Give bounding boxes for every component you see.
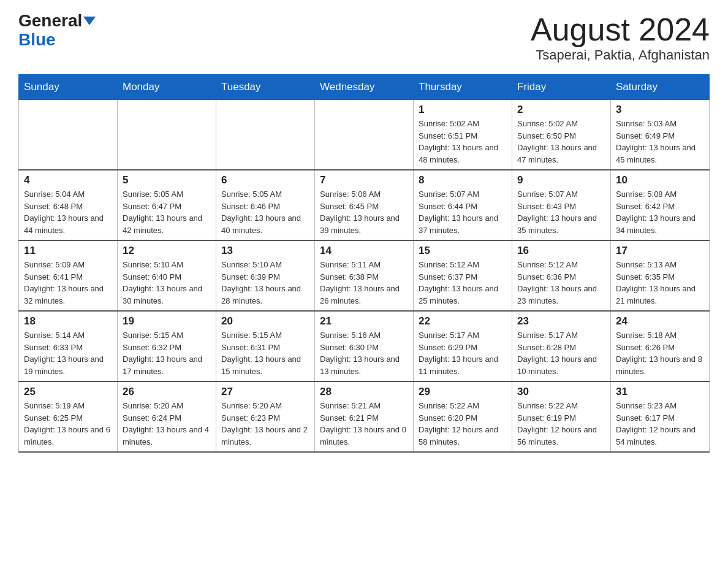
day-number: 18 [24,315,112,327]
day-number: 14 [320,245,408,257]
table-row: 14Sunrise: 5:11 AM Sunset: 6:38 PM Dayli… [315,240,414,311]
table-row: 31Sunrise: 5:23 AM Sunset: 6:17 PM Dayli… [611,381,710,452]
table-row: 15Sunrise: 5:12 AM Sunset: 6:37 PM Dayli… [414,240,512,311]
table-row [315,100,414,170]
table-row: 12Sunrise: 5:10 AM Sunset: 6:40 PM Dayli… [118,240,216,311]
calendar-week-row: 25Sunrise: 5:19 AM Sunset: 6:25 PM Dayli… [19,381,710,452]
day-info: Sunrise: 5:20 AM Sunset: 6:23 PM Dayligh… [221,400,309,448]
table-row: 3Sunrise: 5:03 AM Sunset: 6:49 PM Daylig… [611,100,710,170]
day-info: Sunrise: 5:06 AM Sunset: 6:45 PM Dayligh… [320,188,408,236]
day-number: 27 [221,386,309,398]
logo: General Blue [18,12,96,50]
day-number: 30 [517,386,605,398]
table-row: 1Sunrise: 5:02 AM Sunset: 6:51 PM Daylig… [414,100,512,170]
day-number: 26 [123,386,211,398]
logo-text-general: General [18,12,82,29]
day-number: 8 [419,174,507,186]
day-number: 1 [419,104,507,116]
day-number: 31 [616,386,704,398]
day-info: Sunrise: 5:20 AM Sunset: 6:24 PM Dayligh… [123,400,211,448]
table-row: 30Sunrise: 5:22 AM Sunset: 6:19 PM Dayli… [512,381,611,452]
table-row: 4Sunrise: 5:04 AM Sunset: 6:48 PM Daylig… [19,170,118,240]
day-number: 3 [616,104,704,116]
day-number: 10 [616,174,704,186]
calendar-week-row: 11Sunrise: 5:09 AM Sunset: 6:41 PM Dayli… [19,240,710,311]
table-row: 24Sunrise: 5:18 AM Sunset: 6:26 PM Dayli… [611,311,710,381]
table-row: 7Sunrise: 5:06 AM Sunset: 6:45 PM Daylig… [315,170,414,240]
day-number: 21 [320,315,408,327]
day-info: Sunrise: 5:12 AM Sunset: 6:36 PM Dayligh… [517,259,605,307]
day-info: Sunrise: 5:11 AM Sunset: 6:38 PM Dayligh… [320,259,408,307]
day-number: 16 [517,245,605,257]
calendar-week-row: 4Sunrise: 5:04 AM Sunset: 6:48 PM Daylig… [19,170,710,240]
day-info: Sunrise: 5:23 AM Sunset: 6:17 PM Dayligh… [616,400,704,448]
day-info: Sunrise: 5:17 AM Sunset: 6:28 PM Dayligh… [517,329,605,377]
day-number: 20 [221,315,309,327]
header-tuesday: Tuesday [216,75,315,100]
table-row: 22Sunrise: 5:17 AM Sunset: 6:29 PM Dayli… [414,311,512,381]
logo-triangle-icon [83,17,96,25]
day-number: 19 [123,315,211,327]
day-number: 4 [24,174,112,186]
table-row: 2Sunrise: 5:02 AM Sunset: 6:50 PM Daylig… [512,100,611,170]
table-row: 27Sunrise: 5:20 AM Sunset: 6:23 PM Dayli… [216,381,315,452]
day-info: Sunrise: 5:18 AM Sunset: 6:26 PM Dayligh… [616,329,704,377]
table-row: 10Sunrise: 5:08 AM Sunset: 6:42 PM Dayli… [611,170,710,240]
day-info: Sunrise: 5:05 AM Sunset: 6:47 PM Dayligh… [123,188,211,236]
table-row: 20Sunrise: 5:15 AM Sunset: 6:31 PM Dayli… [216,311,315,381]
table-row: 13Sunrise: 5:10 AM Sunset: 6:39 PM Dayli… [216,240,315,311]
table-row: 26Sunrise: 5:20 AM Sunset: 6:24 PM Dayli… [118,381,216,452]
day-number: 24 [616,315,704,327]
day-info: Sunrise: 5:04 AM Sunset: 6:48 PM Dayligh… [24,188,112,236]
day-number: 6 [221,174,309,186]
day-number: 13 [221,245,309,257]
table-row: 17Sunrise: 5:13 AM Sunset: 6:35 PM Dayli… [611,240,710,311]
day-number: 29 [419,386,507,398]
day-info: Sunrise: 5:02 AM Sunset: 6:51 PM Dayligh… [419,118,507,166]
day-info: Sunrise: 5:16 AM Sunset: 6:30 PM Dayligh… [320,329,408,377]
header-friday: Friday [512,75,611,100]
day-info: Sunrise: 5:02 AM Sunset: 6:50 PM Dayligh… [517,118,605,166]
day-info: Sunrise: 5:14 AM Sunset: 6:33 PM Dayligh… [24,329,112,377]
header-thursday: Thursday [414,75,512,100]
day-number: 5 [123,174,211,186]
day-number: 11 [24,245,112,257]
day-number: 28 [320,386,408,398]
day-info: Sunrise: 5:10 AM Sunset: 6:40 PM Dayligh… [123,259,211,307]
table-row: 19Sunrise: 5:15 AM Sunset: 6:32 PM Dayli… [118,311,216,381]
table-row: 8Sunrise: 5:07 AM Sunset: 6:44 PM Daylig… [414,170,512,240]
page-header: General Blue August 2024 Tsaperai, Pakti… [18,12,710,63]
table-row [118,100,216,170]
day-info: Sunrise: 5:19 AM Sunset: 6:25 PM Dayligh… [24,400,112,448]
day-info: Sunrise: 5:12 AM Sunset: 6:37 PM Dayligh… [419,259,507,307]
day-info: Sunrise: 5:15 AM Sunset: 6:32 PM Dayligh… [123,329,211,377]
day-number: 9 [517,174,605,186]
table-row: 25Sunrise: 5:19 AM Sunset: 6:25 PM Dayli… [19,381,118,452]
table-row: 6Sunrise: 5:05 AM Sunset: 6:46 PM Daylig… [216,170,315,240]
day-info: Sunrise: 5:22 AM Sunset: 6:20 PM Dayligh… [419,400,507,448]
table-row [216,100,315,170]
day-info: Sunrise: 5:21 AM Sunset: 6:21 PM Dayligh… [320,400,408,448]
day-info: Sunrise: 5:10 AM Sunset: 6:39 PM Dayligh… [221,259,309,307]
day-number: 17 [616,245,704,257]
day-number: 2 [517,104,605,116]
day-info: Sunrise: 5:22 AM Sunset: 6:19 PM Dayligh… [517,400,605,448]
day-info: Sunrise: 5:03 AM Sunset: 6:49 PM Dayligh… [616,118,704,166]
header-sunday: Sunday [19,75,118,100]
day-info: Sunrise: 5:13 AM Sunset: 6:35 PM Dayligh… [616,259,704,307]
day-number: 23 [517,315,605,327]
day-number: 25 [24,386,112,398]
logo-text-blue: Blue [18,31,56,50]
header-saturday: Saturday [611,75,710,100]
table-row: 16Sunrise: 5:12 AM Sunset: 6:36 PM Dayli… [512,240,611,311]
title-block: August 2024 Tsaperai, Paktia, Afghanista… [531,12,710,63]
table-row [19,100,118,170]
table-row: 21Sunrise: 5:16 AM Sunset: 6:30 PM Dayli… [315,311,414,381]
day-info: Sunrise: 5:09 AM Sunset: 6:41 PM Dayligh… [24,259,112,307]
calendar-subtitle: Tsaperai, Paktia, Afghanistan [531,47,710,63]
day-info: Sunrise: 5:07 AM Sunset: 6:44 PM Dayligh… [419,188,507,236]
table-row: 28Sunrise: 5:21 AM Sunset: 6:21 PM Dayli… [315,381,414,452]
day-info: Sunrise: 5:08 AM Sunset: 6:42 PM Dayligh… [616,188,704,236]
day-info: Sunrise: 5:05 AM Sunset: 6:46 PM Dayligh… [221,188,309,236]
calendar-title: August 2024 [531,12,710,47]
